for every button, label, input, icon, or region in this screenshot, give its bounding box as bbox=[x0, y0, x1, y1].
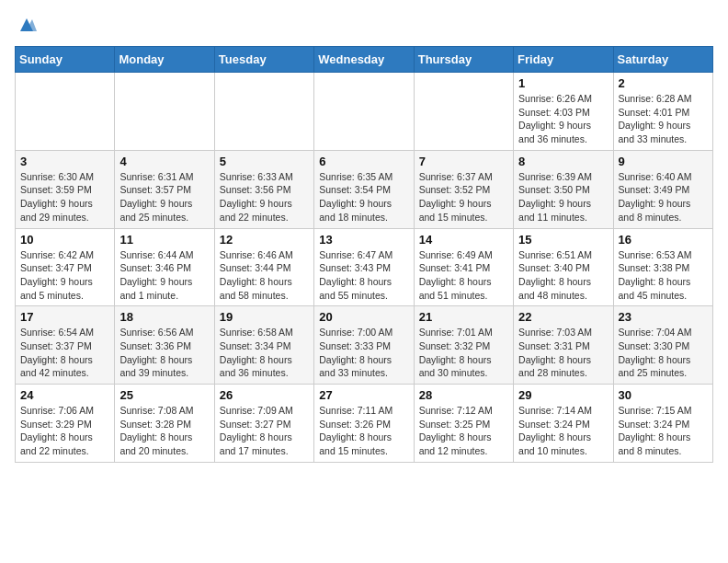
calendar-cell: 12Sunrise: 6:46 AM Sunset: 3:44 PM Dayli… bbox=[214, 228, 313, 306]
day-number: 3 bbox=[20, 155, 109, 168]
day-number: 29 bbox=[518, 388, 608, 402]
day-number: 2 bbox=[619, 76, 708, 90]
day-info: Sunrise: 6:56 AM Sunset: 3:36 PM Dayligh… bbox=[119, 326, 209, 380]
day-info: Sunrise: 7:06 AM Sunset: 3:29 PM Dayligh… bbox=[20, 404, 109, 458]
calendar-cell bbox=[414, 73, 513, 151]
calendar-cell: 22Sunrise: 7:03 AM Sunset: 3:31 PM Dayli… bbox=[514, 306, 613, 385]
day-info: Sunrise: 7:12 AM Sunset: 3:25 PM Dayligh… bbox=[419, 404, 508, 458]
page-header bbox=[15, 15, 713, 35]
day-info: Sunrise: 6:31 AM Sunset: 3:57 PM Dayligh… bbox=[119, 170, 209, 224]
day-info: Sunrise: 6:26 AM Sunset: 4:03 PM Dayligh… bbox=[518, 92, 608, 146]
calendar-cell: 18Sunrise: 6:56 AM Sunset: 3:36 PM Dayli… bbox=[115, 306, 214, 385]
calendar-week-row: 24Sunrise: 7:06 AM Sunset: 3:29 PM Dayli… bbox=[16, 385, 713, 463]
calendar-cell: 4Sunrise: 6:31 AM Sunset: 3:57 PM Daylig… bbox=[115, 150, 214, 228]
day-info: Sunrise: 7:11 AM Sunset: 3:26 PM Dayligh… bbox=[319, 404, 408, 458]
calendar-cell bbox=[16, 73, 115, 151]
day-info: Sunrise: 7:03 AM Sunset: 3:31 PM Dayligh… bbox=[518, 326, 608, 380]
calendar-cell: 13Sunrise: 6:47 AM Sunset: 3:43 PM Dayli… bbox=[314, 228, 414, 306]
day-info: Sunrise: 6:47 AM Sunset: 3:43 PM Dayligh… bbox=[319, 248, 408, 303]
logo-icon bbox=[17, 15, 37, 35]
day-number: 26 bbox=[220, 388, 309, 402]
calendar-cell: 7Sunrise: 6:37 AM Sunset: 3:52 PM Daylig… bbox=[414, 150, 513, 228]
day-info: Sunrise: 6:46 AM Sunset: 3:44 PM Dayligh… bbox=[220, 248, 309, 303]
day-info: Sunrise: 6:53 AM Sunset: 3:38 PM Dayligh… bbox=[619, 248, 708, 303]
calendar-cell: 3Sunrise: 6:30 AM Sunset: 3:59 PM Daylig… bbox=[16, 150, 115, 228]
day-number: 24 bbox=[20, 388, 109, 402]
calendar-header-thursday: Thursday bbox=[414, 47, 513, 73]
calendar-cell: 17Sunrise: 6:54 AM Sunset: 3:37 PM Dayli… bbox=[16, 306, 115, 385]
day-info: Sunrise: 7:00 AM Sunset: 3:33 PM Dayligh… bbox=[319, 326, 408, 380]
day-info: Sunrise: 6:54 AM Sunset: 3:37 PM Dayligh… bbox=[20, 326, 109, 380]
calendar-cell: 8Sunrise: 6:39 AM Sunset: 3:50 PM Daylig… bbox=[514, 150, 613, 228]
calendar-cell: 23Sunrise: 7:04 AM Sunset: 3:30 PM Dayli… bbox=[613, 306, 712, 385]
calendar-cell: 25Sunrise: 7:08 AM Sunset: 3:28 PM Dayli… bbox=[115, 385, 214, 463]
calendar-cell: 29Sunrise: 7:14 AM Sunset: 3:24 PM Dayli… bbox=[514, 385, 613, 463]
day-number: 9 bbox=[619, 155, 708, 168]
calendar-week-row: 10Sunrise: 6:42 AM Sunset: 3:47 PM Dayli… bbox=[16, 228, 713, 306]
calendar-cell: 19Sunrise: 6:58 AM Sunset: 3:34 PM Dayli… bbox=[214, 306, 313, 385]
day-info: Sunrise: 6:28 AM Sunset: 4:01 PM Dayligh… bbox=[619, 92, 708, 146]
day-info: Sunrise: 7:09 AM Sunset: 3:27 PM Dayligh… bbox=[220, 404, 309, 458]
day-info: Sunrise: 6:33 AM Sunset: 3:56 PM Dayligh… bbox=[220, 170, 309, 224]
calendar-cell: 14Sunrise: 6:49 AM Sunset: 3:41 PM Dayli… bbox=[414, 228, 513, 306]
calendar-cell: 21Sunrise: 7:01 AM Sunset: 3:32 PM Dayli… bbox=[414, 306, 513, 385]
calendar-cell: 9Sunrise: 6:40 AM Sunset: 3:49 PM Daylig… bbox=[613, 150, 712, 228]
day-info: Sunrise: 6:58 AM Sunset: 3:34 PM Dayligh… bbox=[220, 326, 309, 380]
calendar-cell: 28Sunrise: 7:12 AM Sunset: 3:25 PM Dayli… bbox=[414, 385, 513, 463]
logo bbox=[15, 15, 37, 35]
day-number: 13 bbox=[319, 233, 408, 247]
day-number: 28 bbox=[419, 388, 508, 402]
calendar-cell bbox=[314, 73, 414, 151]
day-number: 20 bbox=[319, 310, 408, 324]
calendar-cell: 30Sunrise: 7:15 AM Sunset: 3:24 PM Dayli… bbox=[613, 385, 712, 463]
calendar-cell: 16Sunrise: 6:53 AM Sunset: 3:38 PM Dayli… bbox=[613, 228, 712, 306]
calendar-header-wednesday: Wednesday bbox=[314, 47, 414, 73]
day-number: 8 bbox=[518, 155, 608, 168]
day-info: Sunrise: 6:39 AM Sunset: 3:50 PM Dayligh… bbox=[518, 170, 608, 224]
day-info: Sunrise: 6:40 AM Sunset: 3:49 PM Dayligh… bbox=[619, 170, 708, 224]
day-info: Sunrise: 7:14 AM Sunset: 3:24 PM Dayligh… bbox=[518, 404, 608, 458]
calendar-cell: 11Sunrise: 6:44 AM Sunset: 3:46 PM Dayli… bbox=[115, 228, 214, 306]
day-number: 19 bbox=[220, 310, 309, 324]
calendar-header-sunday: Sunday bbox=[16, 47, 115, 73]
day-info: Sunrise: 7:08 AM Sunset: 3:28 PM Dayligh… bbox=[119, 404, 209, 458]
day-number: 30 bbox=[619, 388, 708, 402]
day-number: 25 bbox=[119, 388, 209, 402]
day-number: 1 bbox=[518, 76, 608, 90]
calendar-cell: 27Sunrise: 7:11 AM Sunset: 3:26 PM Dayli… bbox=[314, 385, 414, 463]
calendar-header-monday: Monday bbox=[115, 47, 214, 73]
calendar-header-tuesday: Tuesday bbox=[214, 47, 313, 73]
day-info: Sunrise: 6:35 AM Sunset: 3:54 PM Dayligh… bbox=[319, 170, 408, 224]
calendar-cell: 10Sunrise: 6:42 AM Sunset: 3:47 PM Dayli… bbox=[16, 228, 115, 306]
day-number: 22 bbox=[518, 310, 608, 324]
calendar-cell: 2Sunrise: 6:28 AM Sunset: 4:01 PM Daylig… bbox=[613, 73, 712, 151]
calendar-week-row: 1Sunrise: 6:26 AM Sunset: 4:03 PM Daylig… bbox=[16, 73, 713, 151]
calendar-cell: 5Sunrise: 6:33 AM Sunset: 3:56 PM Daylig… bbox=[214, 150, 313, 228]
day-info: Sunrise: 7:04 AM Sunset: 3:30 PM Dayligh… bbox=[619, 326, 708, 380]
day-number: 7 bbox=[419, 155, 508, 168]
calendar-header-friday: Friday bbox=[514, 47, 613, 73]
day-info: Sunrise: 6:37 AM Sunset: 3:52 PM Dayligh… bbox=[419, 170, 508, 224]
day-info: Sunrise: 6:51 AM Sunset: 3:40 PM Dayligh… bbox=[518, 248, 608, 303]
day-number: 10 bbox=[20, 233, 109, 247]
day-number: 12 bbox=[220, 233, 309, 247]
calendar-cell bbox=[214, 73, 313, 151]
calendar-header-row: SundayMondayTuesdayWednesdayThursdayFrid… bbox=[16, 47, 713, 73]
calendar-cell: 26Sunrise: 7:09 AM Sunset: 3:27 PM Dayli… bbox=[214, 385, 313, 463]
calendar-cell: 1Sunrise: 6:26 AM Sunset: 4:03 PM Daylig… bbox=[514, 73, 613, 151]
calendar-cell: 24Sunrise: 7:06 AM Sunset: 3:29 PM Dayli… bbox=[16, 385, 115, 463]
day-number: 18 bbox=[119, 310, 209, 324]
day-number: 6 bbox=[319, 155, 408, 168]
day-number: 4 bbox=[119, 155, 209, 168]
calendar-cell: 6Sunrise: 6:35 AM Sunset: 3:54 PM Daylig… bbox=[314, 150, 414, 228]
day-number: 11 bbox=[119, 233, 209, 247]
day-number: 27 bbox=[319, 388, 408, 402]
calendar-header-saturday: Saturday bbox=[613, 47, 712, 73]
day-info: Sunrise: 6:44 AM Sunset: 3:46 PM Dayligh… bbox=[119, 248, 209, 303]
day-info: Sunrise: 6:49 AM Sunset: 3:41 PM Dayligh… bbox=[419, 248, 508, 303]
calendar-cell: 15Sunrise: 6:51 AM Sunset: 3:40 PM Dayli… bbox=[514, 228, 613, 306]
day-info: Sunrise: 7:01 AM Sunset: 3:32 PM Dayligh… bbox=[419, 326, 508, 380]
day-number: 5 bbox=[220, 155, 309, 168]
day-number: 16 bbox=[619, 233, 708, 247]
day-number: 23 bbox=[619, 310, 708, 324]
